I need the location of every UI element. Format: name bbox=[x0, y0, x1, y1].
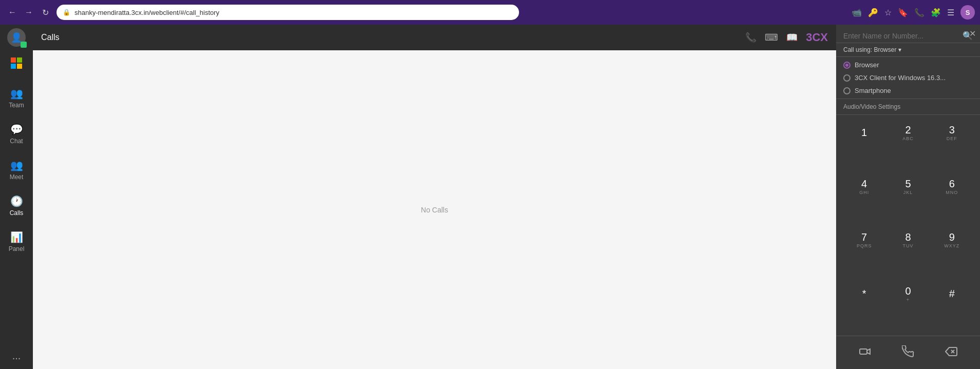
keypad-header-icon[interactable]: ⌨ bbox=[765, 32, 778, 43]
key-letters-6: MNO bbox=[946, 190, 958, 195]
back-button[interactable]: ← bbox=[5, 5, 20, 20]
dialpad-key-6[interactable]: 6 MNO bbox=[931, 173, 973, 200]
menu-icon[interactable]: ☰ bbox=[947, 8, 954, 17]
sidebar-item-chat[interactable]: 💬 Chat bbox=[0, 116, 33, 152]
video-call-button[interactable] bbox=[854, 340, 876, 363]
address-bar[interactable]: 🔒 bbox=[57, 5, 519, 20]
dialpad-key-3[interactable]: 3 DEF bbox=[931, 119, 973, 146]
backspace-button[interactable] bbox=[940, 340, 963, 363]
win-sq-2 bbox=[17, 57, 22, 63]
phone-header-icon[interactable]: 📞 bbox=[745, 32, 756, 43]
call-button[interactable] bbox=[897, 340, 919, 363]
puzzle-icon[interactable]: 🧩 bbox=[931, 8, 941, 17]
sidebar-item-calls[interactable]: 🕐 Calls bbox=[0, 188, 33, 224]
contacts-header-icon[interactable]: 📖 bbox=[786, 32, 798, 43]
chrome-right: 📹 🔑 ☆ 🔖 📞 🧩 ☰ S bbox=[852, 5, 975, 20]
key-num-6: 6 bbox=[949, 178, 955, 190]
key-num-7: 7 bbox=[861, 231, 867, 243]
sidebar-label-panel: Panel bbox=[9, 245, 25, 253]
radio-inner-browser bbox=[845, 64, 848, 67]
dialpad-key-star[interactable]: * bbox=[843, 280, 885, 307]
dialpad-close-button[interactable]: ✕ bbox=[969, 29, 976, 38]
sidebar-item-team[interactable]: 👥 Team bbox=[0, 80, 33, 116]
call-using-label: Call using: bbox=[843, 46, 872, 53]
dialpad-key-0[interactable]: 0 + bbox=[887, 280, 929, 307]
sidebar-more-button[interactable]: ··· bbox=[12, 352, 21, 364]
radio-circle-smartphone bbox=[843, 87, 850, 94]
dialpad-key-4[interactable]: 4 GHI bbox=[843, 173, 885, 200]
key-letters-7: PQRS bbox=[857, 243, 872, 248]
dialpad-search-row: 🔍 bbox=[836, 25, 980, 43]
key-num-9: 9 bbox=[949, 231, 955, 243]
dialpad-search-input[interactable] bbox=[843, 32, 958, 40]
sidebar: 👤 👥 Team 💬 Chat 👥 Me bbox=[0, 25, 33, 369]
main-area: Calls 📞 ⌨ 📖 3CX No Calls bbox=[33, 25, 836, 369]
dialpad-panel: ✕ 🔍 Call using: Browser ▾ Browser 3CX Cl… bbox=[836, 25, 980, 369]
bookmark-icon[interactable]: 🔖 bbox=[898, 8, 908, 17]
browser-chrome: ← → ↻ 🔒 📹 🔑 ☆ 🔖 📞 🧩 ☰ S bbox=[0, 0, 980, 25]
app-container: 👤 👥 Team 💬 Chat 👥 Me bbox=[0, 25, 980, 369]
win-sq-1 bbox=[11, 57, 16, 63]
key-letters-4: GHI bbox=[859, 190, 869, 195]
dialpad-key-5[interactable]: 5 JKL bbox=[887, 173, 929, 200]
radio-circle-3cx bbox=[843, 74, 850, 82]
dropdown-arrow-icon[interactable]: ▾ bbox=[898, 46, 901, 53]
radio-option-smartphone[interactable]: Smartphone bbox=[843, 87, 973, 94]
radio-options: Browser 3CX Client for Windows 16.3... S… bbox=[836, 57, 980, 99]
nav-buttons: ← → ↻ bbox=[5, 5, 52, 20]
content-area: No Calls bbox=[33, 50, 836, 369]
profile-avatar[interactable]: S bbox=[960, 5, 975, 20]
dialpad-key-hash[interactable]: # bbox=[931, 280, 973, 307]
star-icon[interactable]: ☆ bbox=[884, 8, 892, 17]
sidebar-header: 👤 bbox=[0, 25, 33, 50]
sidebar-nav: 👥 Team 💬 Chat 👥 Meet 🕐 Calls 📊 Panel bbox=[0, 80, 33, 260]
sidebar-label-team: Team bbox=[9, 102, 24, 109]
dialpad-grid: 1 2 ABC 3 DEF 4 GHI 5 JKL 6 MNO bbox=[836, 115, 980, 336]
radio-circle-browser bbox=[843, 62, 850, 69]
dialpad-key-9[interactable]: 9 WXYZ bbox=[931, 226, 973, 253]
radio-label-3cx: 3CX Client for Windows 16.3... bbox=[855, 74, 946, 82]
key-num-4: 4 bbox=[861, 178, 867, 190]
key-num-0: 0 bbox=[905, 285, 911, 297]
key-num-star: * bbox=[862, 287, 866, 300]
page-title: Calls bbox=[41, 33, 60, 42]
windows-logo[interactable] bbox=[0, 50, 33, 76]
avatar: 👤 bbox=[7, 28, 26, 47]
sidebar-label-meet: Meet bbox=[10, 173, 24, 181]
forward-button[interactable]: → bbox=[22, 5, 36, 20]
header-icons-right: 📞 ⌨ 📖 3CX bbox=[745, 31, 828, 44]
video-icon[interactable]: 📹 bbox=[852, 8, 862, 17]
sidebar-label-calls: Calls bbox=[10, 209, 24, 217]
audio-video-settings[interactable]: Audio/Video Settings bbox=[836, 99, 980, 115]
dialpad-key-1[interactable]: 1 bbox=[843, 119, 885, 146]
team-icon: 👥 bbox=[10, 87, 23, 100]
chat-icon: 💬 bbox=[10, 123, 23, 135]
no-calls-message: No Calls bbox=[421, 206, 448, 214]
url-input[interactable] bbox=[75, 9, 513, 16]
key-num-5: 5 bbox=[905, 178, 911, 190]
dialpad-key-7[interactable]: 7 PQRS bbox=[843, 226, 885, 253]
key-letters-8: TUV bbox=[902, 243, 913, 248]
key-num-1: 1 bbox=[861, 126, 867, 139]
sidebar-label-chat: Chat bbox=[10, 138, 23, 145]
radio-option-3cx[interactable]: 3CX Client for Windows 16.3... bbox=[843, 74, 973, 82]
radio-option-browser[interactable]: Browser bbox=[843, 61, 973, 69]
radio-label-smartphone: Smartphone bbox=[855, 87, 891, 94]
sidebar-item-meet[interactable]: 👥 Meet bbox=[0, 152, 33, 188]
dialpad-key-2[interactable]: 2 ABC bbox=[887, 119, 929, 146]
win-sq-3 bbox=[11, 64, 16, 69]
key-num-hash: # bbox=[949, 287, 955, 300]
call-using-dropdown[interactable]: Browser bbox=[874, 46, 896, 53]
phone-icon[interactable]: 📞 bbox=[914, 8, 924, 17]
refresh-button[interactable]: ↻ bbox=[38, 5, 52, 20]
meet-icon: 👥 bbox=[10, 159, 23, 171]
calls-icon: 🕐 bbox=[10, 195, 23, 207]
key-num-8: 8 bbox=[905, 231, 911, 243]
dialpad-key-8[interactable]: 8 TUV bbox=[887, 226, 929, 253]
radio-label-browser: Browser bbox=[855, 61, 879, 69]
brand-logo: 3CX bbox=[806, 31, 828, 44]
key-num-3: 3 bbox=[949, 124, 955, 136]
sidebar-item-panel[interactable]: 📊 Panel bbox=[0, 224, 33, 260]
key-icon[interactable]: 🔑 bbox=[868, 8, 878, 17]
svg-rect-0 bbox=[860, 349, 867, 354]
